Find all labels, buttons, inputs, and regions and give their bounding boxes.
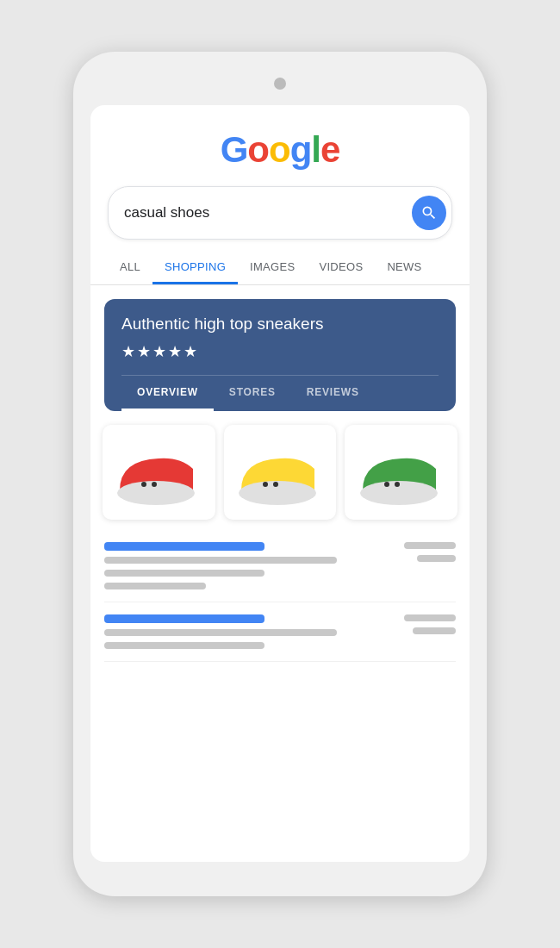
google-logo-area: Google — [90, 105, 470, 186]
shoe-illustration-red — [111, 439, 207, 508]
shopping-card-title: Authentic high top sneakers — [121, 315, 439, 334]
result-left-1 — [104, 542, 395, 589]
logo-letter-g2: g — [290, 129, 312, 170]
result-line-1c — [104, 583, 206, 589]
svg-point-1 — [141, 482, 146, 487]
tab-news[interactable]: NEWS — [375, 252, 433, 284]
svg-point-4 — [263, 482, 268, 487]
shoe-svg-yellow — [233, 443, 327, 508]
search-tabs: ALL SHOPPING IMAGES VIDEOS NEWS — [90, 252, 470, 285]
shopping-card: Authentic high top sneakers ★ ★ ★ ★ ★ OV… — [104, 299, 456, 411]
result-right-line-2b — [413, 627, 456, 634]
logo-letter-e: e — [320, 129, 339, 170]
logo-letter-l: l — [311, 129, 320, 170]
product-card-green[interactable] — [345, 425, 457, 520]
result-right-1 — [404, 542, 456, 562]
shoe-illustration-yellow — [233, 439, 328, 508]
phone-screen: Google ALL SHOPPING IMAGES VIDEOS NEWS — [90, 105, 470, 862]
result-line-1a — [104, 557, 337, 564]
star-1: ★ — [121, 342, 135, 361]
search-bar[interactable] — [108, 186, 452, 240]
svg-point-8 — [395, 482, 400, 487]
phone-camera — [274, 78, 286, 90]
result-right-2 — [404, 614, 456, 634]
result-right-line-1b — [417, 555, 456, 562]
results-list — [90, 533, 470, 679]
product-cards-row — [94, 411, 466, 533]
star-4: ★ — [168, 342, 182, 361]
star-5: ★ — [184, 342, 197, 361]
result-item-2[interactable] — [104, 614, 456, 662]
star-3: ★ — [152, 342, 166, 361]
google-logo: Google — [221, 129, 340, 171]
svg-point-7 — [384, 482, 389, 487]
result-item-1[interactable] — [104, 542, 456, 602]
shoe-svg-green — [354, 443, 449, 508]
svg-point-5 — [273, 482, 278, 487]
result-right-line-1a — [404, 542, 456, 549]
logo-letter-o2: o — [269, 129, 290, 170]
result-line-2a — [104, 629, 337, 636]
svg-point-2 — [152, 482, 157, 487]
tab-videos[interactable]: VIDEOS — [307, 252, 375, 284]
search-input[interactable] — [124, 204, 412, 221]
result-right-line-2a — [404, 614, 456, 621]
card-tab-overview[interactable]: OVERVIEW — [121, 376, 214, 411]
card-tab-stores[interactable]: STORES — [214, 376, 291, 411]
result-line-2b — [104, 642, 264, 649]
tab-all[interactable]: ALL — [108, 252, 152, 284]
result-line-1b — [104, 570, 264, 577]
result-title-2 — [104, 614, 264, 623]
star-rating: ★ ★ ★ ★ ★ — [121, 342, 439, 361]
result-title-1 — [104, 542, 264, 551]
search-icon — [420, 204, 438, 221]
search-button[interactable] — [412, 196, 446, 230]
shoe-illustration-green — [353, 439, 449, 508]
logo-letter-o1: o — [247, 129, 269, 170]
result-left-2 — [104, 614, 395, 649]
product-card-red[interactable] — [103, 425, 215, 520]
product-card-yellow[interactable] — [224, 425, 337, 520]
tab-images[interactable]: IMAGES — [238, 252, 307, 284]
card-tab-reviews[interactable]: REVIEWS — [291, 376, 375, 411]
logo-letter-g: G — [221, 129, 248, 170]
tab-shopping[interactable]: SHOPPING — [152, 252, 238, 284]
shoe-svg-red — [111, 443, 206, 508]
phone-frame: Google ALL SHOPPING IMAGES VIDEOS NEWS — [73, 52, 487, 896]
card-tabs: OVERVIEW STORES REVIEWS — [121, 375, 439, 411]
star-2: ★ — [137, 342, 151, 361]
search-bar-container — [90, 186, 470, 240]
